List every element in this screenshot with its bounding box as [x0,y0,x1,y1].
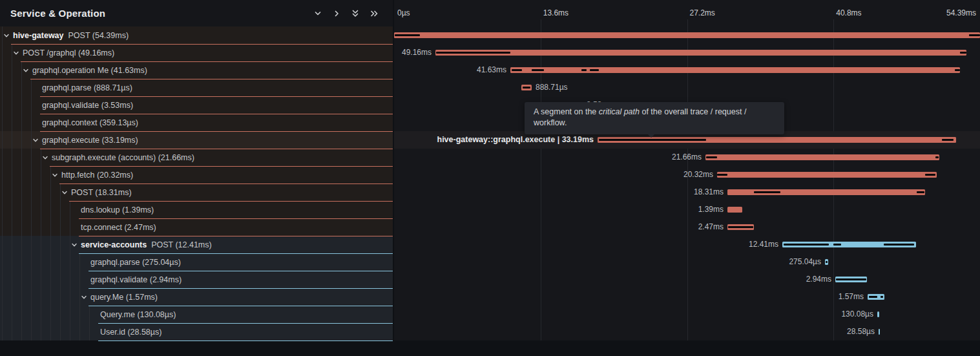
indent-guide [2,44,3,61]
span-duration-bar[interactable] [877,311,879,317]
span-timeline-row[interactable]: 21.66ms [394,149,980,166]
span-row[interactable]: graphql.execute (33.19ms) [0,131,393,149]
span-timeline-row[interactable]: 18.31ms [394,183,980,201]
critical-path-segment[interactable] [884,244,914,246]
span-row[interactable]: dns.lookup (1.39ms) [0,201,393,218]
indent-guide [89,323,90,340]
critical-path-segment[interactable] [935,156,939,158]
chevron-down-icon[interactable] [3,32,10,39]
critical-path-segment[interactable] [836,278,866,280]
span-duration-bar[interactable] [717,172,937,178]
span-timeline-row[interactable]: 28.58µs [394,323,980,340]
chevron-right-icon[interactable] [332,9,341,18]
critical-path-segment[interactable] [881,296,883,298]
span-timeline-row[interactable]: 1.39ms [394,201,980,218]
critical-path-segment[interactable] [590,69,599,71]
span-timeline-row[interactable]: 130.08µs [394,306,980,323]
span-timeline-row[interactable]: 2.94ms [394,271,980,288]
indent-guide [12,323,12,340]
critical-path-segment[interactable] [833,244,841,246]
chevron-down-icon[interactable] [42,154,48,161]
span-duration-bar[interactable] [705,154,939,160]
indent-guide [2,218,3,236]
span-duration-bar[interactable] [435,50,966,56]
span-row[interactable]: Query.me (130.08µs) [0,306,393,323]
critical-path-segment[interactable] [869,296,877,298]
critical-path-segment[interactable] [512,69,522,71]
span-duration-bar[interactable] [394,32,980,38]
span-timeline-row[interactable]: 1.57ms [394,288,980,306]
span-timeline-row[interactable]: 2.47ms [394,218,980,236]
span-row[interactable]: subgraph.execute (accounts) (21.66ms) [0,149,393,166]
span-row[interactable]: graphql.parse (888.71µs) [0,79,393,96]
critical-path-segment[interactable] [395,34,420,36]
span-timeline-row[interactable]: 41.63ms [394,61,980,79]
span-duration-bar[interactable] [510,67,960,73]
critical-path-segment[interactable] [754,191,780,193]
span-row[interactable]: graphql.operation Me (41.63ms) [0,61,393,79]
span-duration-label: 1.39ms [698,201,724,218]
span-timeline-row[interactable]: 12.41ms [394,236,980,253]
row-underline [89,288,393,289]
span-timeline-row[interactable]: 49.16ms [394,44,980,61]
span-timeline-row[interactable]: 20.32ms [394,166,980,183]
indent-guide [31,323,32,340]
chevron-down-icon[interactable] [61,189,68,196]
critical-path-segment[interactable] [532,69,544,71]
span-label: graphql.context (359.13µs) [42,118,138,127]
trace-waterfall-panel: Service & Operation hive-gatewayPOST (54… [0,0,980,356]
span-timeline-row[interactable]: 888.71µs [394,79,980,96]
critical-path-segment[interactable] [728,226,753,228]
indent-guide [79,253,80,271]
critical-path-segment[interactable] [581,69,587,71]
span-row[interactable]: POST /graphql (49.16ms) [0,44,393,61]
indent-guide [60,236,61,253]
span-row[interactable]: http.fetch (20.32ms) [0,166,393,183]
critical-path-segment[interactable] [960,52,966,54]
span-row[interactable]: POST (18.31ms) [0,183,393,201]
span-duration-bar[interactable] [727,207,742,213]
indent-guide [41,271,41,288]
indent-guide [41,306,41,323]
critical-path-segment[interactable] [436,52,510,54]
span-row[interactable]: query.Me (1.57ms) [0,288,393,306]
critical-path-segment[interactable] [599,139,706,141]
indent-guide [41,323,41,340]
span-row[interactable]: graphql.validate (3.53ms) [0,96,393,114]
critical-path-segment[interactable] [717,174,727,176]
critical-path-segment[interactable] [917,191,924,193]
critical-path-segment[interactable] [942,139,954,141]
critical-path-segment[interactable] [955,69,960,71]
chevron-down-icon[interactable] [13,50,19,56]
chevron-down-icon[interactable] [81,294,87,300]
span-row[interactable]: graphql.context (359.13µs) [0,114,393,131]
span-row[interactable]: User.id (28.58µs) [0,323,393,340]
chevron-down-icon[interactable] [313,9,322,18]
double-chevron-down-icon[interactable] [351,9,360,18]
chevron-down-icon[interactable] [23,67,29,74]
span-row[interactable]: graphql.validate (2.94ms) [0,271,393,288]
row-underline [50,166,393,167]
span-duration-bar[interactable] [879,329,880,335]
indent-guide [31,236,32,253]
critical-path-segment[interactable] [523,87,530,89]
chevron-down-icon[interactable] [32,137,39,143]
span-row[interactable]: hive-gatewayPOST (54.39ms) [0,26,393,44]
chevron-down-icon[interactable] [52,172,58,178]
indent-guide [12,236,12,253]
double-chevron-right-icon[interactable] [370,9,379,18]
critical-path-segment[interactable] [784,244,829,246]
critical-path-segment[interactable] [706,156,717,158]
indent-guide [12,44,12,61]
indent-guide [12,306,12,323]
span-row[interactable]: service-accountsPOST (12.41ms) [0,236,393,253]
span-timeline-row[interactable]: 275.04µs [394,253,980,271]
span-row[interactable]: tcp.connect (2.47ms) [0,218,393,236]
critical-path-segment[interactable] [969,34,980,36]
critical-path-segment[interactable] [925,174,935,176]
critical-path-segment[interactable] [826,261,828,263]
indent-guide [2,149,3,166]
span-timeline-row[interactable] [394,26,980,44]
chevron-down-icon[interactable] [71,242,78,248]
span-row[interactable]: graphql.parse (275.04µs) [0,253,393,271]
